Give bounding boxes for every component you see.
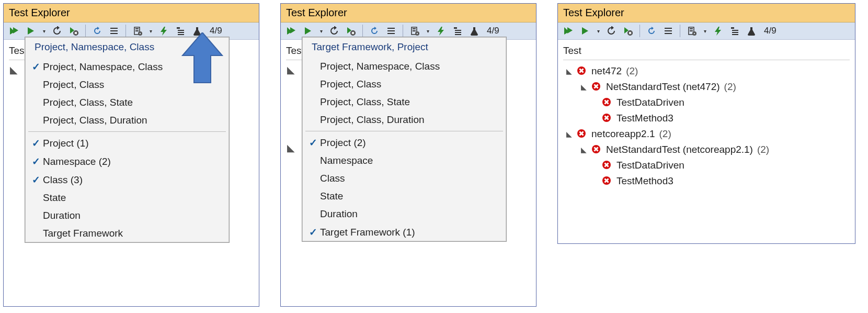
group-by-menu-item[interactable]: Project, Class, State [25, 94, 229, 111]
menu-separator [305, 131, 503, 131]
tree-row[interactable]: TestMethod3 [565, 173, 848, 189]
test-failed-icon [602, 113, 612, 124]
group-by-menu-item[interactable]: Duration [25, 207, 229, 225]
playlist-button[interactable] [662, 25, 675, 37]
panel-title: Test Explorer [281, 4, 536, 23]
run-button[interactable] [302, 25, 314, 37]
expander-icon[interactable]: ◣ [580, 146, 587, 154]
test-summary-count: 4/9 [762, 26, 779, 36]
group-by-button[interactable] [451, 25, 464, 37]
menu-item-label: Project, Class, State [43, 97, 133, 108]
expander-icon[interactable]: ◣ [565, 67, 573, 75]
column-header-test: Test [9, 43, 25, 60]
group-by-menu-item[interactable]: Project, Class, Duration [25, 111, 229, 129]
group-by-menu-item[interactable]: Project, Class, State [302, 93, 506, 111]
settings-dropdown[interactable]: ▾ [425, 28, 430, 34]
tree-row[interactable]: TestMethod3 [565, 110, 848, 126]
menu-item-label: Project (2) [320, 137, 366, 149]
group-by-menu-item[interactable]: ✓Class (3) [25, 171, 229, 189]
expander-icon[interactable]: ◣ [565, 130, 573, 138]
toolbar-separator [403, 25, 403, 37]
run-after-build-button[interactable] [712, 25, 724, 37]
tree-row[interactable]: ◣net472 (2) [565, 63, 848, 79]
check-icon: ✓ [306, 137, 320, 149]
group-by-menu-item[interactable]: Class [302, 170, 506, 187]
repeat-last-run-button[interactable] [328, 25, 340, 37]
menu-item-label: Duration [43, 210, 81, 221]
tree-row[interactable]: TestDataDriven [565, 95, 848, 110]
expander-icon[interactable]: ◣ [580, 83, 587, 91]
toolbar: ▾ ▾ 4/9 [558, 23, 855, 40]
repeat-last-run-button[interactable] [605, 25, 618, 37]
toolbar-separator [85, 25, 86, 37]
group-by-menu-item[interactable]: Target Framework [25, 225, 229, 242]
check-icon: ✓ [29, 137, 43, 149]
tree-node-label: netcoreapp2.1 [591, 128, 655, 140]
refresh-button[interactable] [91, 25, 104, 37]
group-by-menu-item[interactable]: Project, Class [302, 75, 506, 93]
menu-item-label: Project, Namespace, Class [43, 61, 163, 73]
run-button[interactable] [579, 25, 591, 37]
settings-button[interactable] [131, 25, 144, 37]
menu-item-label: Target Framework (1) [320, 227, 415, 238]
check-icon: ✓ [29, 155, 43, 167]
playlist-button[interactable] [108, 25, 120, 37]
toolbar-separator [362, 25, 363, 37]
run-dropdown[interactable]: ▾ [596, 28, 601, 34]
menu-item-label: State [43, 192, 66, 204]
test-explorer-panel: Test Explorer ▾ ▾ 4/9 Test ◣net472 (2)◣N… [557, 3, 855, 244]
repeat-last-run-button[interactable] [51, 25, 63, 37]
settings-dropdown[interactable]: ▾ [148, 28, 153, 34]
test-explorer-panel: Test Explorer ▾ ▾ 4/9 Test ◣ Project, Na… [3, 3, 259, 307]
annotation-arrow [181, 32, 223, 87]
group-by-menu-item[interactable]: State [302, 187, 506, 205]
tree-row[interactable]: ◣NetStandardTest (netcoreapp2.1) (2) [565, 142, 848, 158]
test-failed-icon [602, 160, 612, 171]
menu-item-label: Class [320, 173, 345, 184]
test-failed-icon [577, 129, 587, 139]
run-button[interactable] [25, 25, 37, 37]
run-dropdown[interactable]: ▾ [318, 28, 324, 34]
tree-node-label: TestDataDriven [616, 97, 684, 108]
tree-row[interactable]: ◣netcoreapp2.1 (2) [565, 126, 848, 142]
run-all-button[interactable] [285, 25, 298, 37]
settings-button[interactable] [686, 25, 698, 37]
run-failed-button[interactable] [345, 25, 357, 37]
group-by-menu-item[interactable]: ✓Namespace (2) [25, 152, 229, 171]
panel-title: Test Explorer [558, 4, 855, 23]
settings-dropdown[interactable]: ▾ [702, 28, 707, 34]
tree-node-count: (2) [659, 128, 671, 140]
group-by-menu-item[interactable]: ✓Target Framework (1) [302, 223, 506, 241]
group-by-menu-item[interactable]: Project, Namespace, Class [302, 58, 506, 75]
check-icon: ✓ [29, 61, 43, 73]
run-failed-button[interactable] [67, 25, 80, 37]
group-by-button[interactable] [728, 25, 741, 37]
tree-row[interactable]: TestDataDriven [565, 158, 848, 173]
group-by-menu-item[interactable]: ✓Project (2) [302, 133, 506, 152]
group-by-menu-header: Target Framework, Project [302, 37, 506, 58]
group-by-menu-item[interactable]: State [25, 189, 229, 207]
settings-button[interactable] [408, 25, 421, 37]
run-dropdown[interactable]: ▾ [41, 28, 47, 34]
panel-body: Test ◣ Project, Namespace, Class ✓Projec… [4, 40, 259, 292]
group-by-menu-item[interactable]: Project, Class, Duration [302, 111, 506, 129]
menu-item-label: Project, Class, State [320, 96, 410, 108]
run-all-button[interactable] [8, 25, 20, 37]
refresh-button[interactable] [645, 25, 658, 37]
menu-item-label: Target Framework [43, 228, 123, 239]
playlist-button[interactable] [385, 25, 397, 37]
group-by-menu-item[interactable]: Duration [302, 205, 506, 223]
group-by-menu-item[interactable]: ✓Project (1) [25, 134, 229, 152]
group-by-menu-item[interactable]: Namespace [302, 152, 506, 170]
tree-node-count: (2) [757, 144, 769, 155]
run-failed-button[interactable] [622, 25, 634, 37]
run-after-build-button[interactable] [157, 25, 170, 37]
refresh-button[interactable] [368, 25, 381, 37]
menu-separator [28, 131, 226, 132]
run-after-build-button[interactable] [435, 25, 447, 37]
menu-item-label: State [320, 191, 343, 202]
group-by-menu: Target Framework, Project Project, Names… [302, 37, 507, 242]
tree-row[interactable]: ◣NetStandardTest (net472) (2) [565, 79, 848, 95]
run-all-button[interactable] [562, 25, 575, 37]
test-tree: ◣net472 (2)◣NetStandardTest (net472) (2)… [563, 62, 850, 194]
